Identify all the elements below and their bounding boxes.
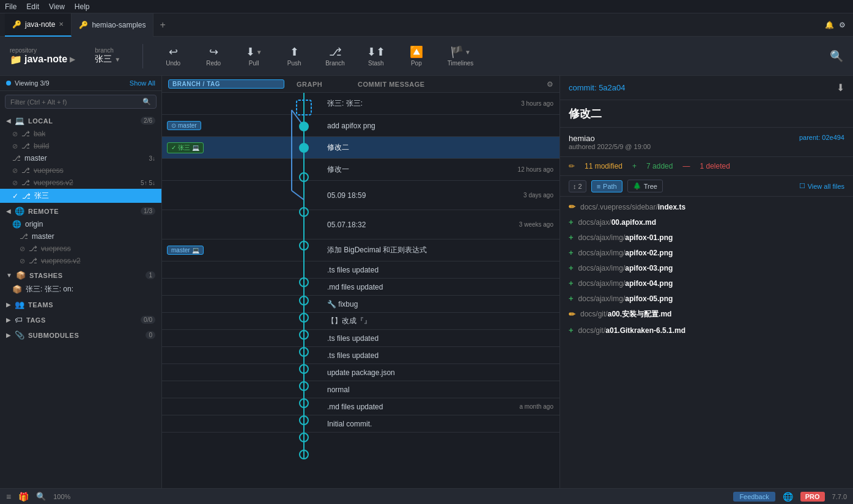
filter-input-wrapper[interactable]: 🔍 bbox=[5, 95, 157, 109]
file-item-5[interactable]: + docs/ajax/img/apifox-04.png bbox=[560, 276, 853, 291]
zhangsan-laptop-icon: 💻 bbox=[192, 144, 199, 151]
commit-row-normal[interactable]: normal bbox=[162, 381, 559, 398]
commit-row-md2[interactable]: .md files updated a month ago bbox=[162, 398, 559, 415]
file-path-text-8: docs/git/ bbox=[578, 326, 606, 335]
pull-button[interactable]: ⬇ ▼ Pull bbox=[238, 42, 269, 70]
file-added-icon-8: + bbox=[569, 326, 574, 335]
branch-button[interactable]: ⎇ Branch bbox=[319, 42, 351, 70]
checkbox-icon: ☐ bbox=[799, 182, 805, 190]
file-item-4[interactable]: + docs/ajax/img/apifox-03.png bbox=[560, 260, 853, 276]
menu-edit[interactable]: Edit bbox=[26, 2, 39, 11]
branch-item-vuepress[interactable]: ⊘ ⎇ vuepress bbox=[0, 164, 161, 177]
commit-row-master[interactable]: ⊙ master add apifox png bbox=[162, 115, 559, 137]
file-item-7[interactable]: ✏ docs/git/a00.安装与配置.md bbox=[560, 306, 853, 323]
menu-view[interactable]: View bbox=[49, 2, 65, 11]
commit-row-brackets[interactable]: 【】改成『』 bbox=[162, 313, 559, 330]
undo-button[interactable]: ↩ Undo bbox=[158, 42, 188, 70]
commit-row-fixbug[interactable]: 🔧 fixbug bbox=[162, 296, 559, 313]
file-item-6[interactable]: + docs/ajax/img/apifox-05.png bbox=[560, 291, 853, 306]
file-item-0[interactable]: ✏ docs/.vuepress/sidebar/index.ts bbox=[560, 199, 853, 214]
branch-item-zhangsan[interactable]: ✓ ⎇ 张三 bbox=[0, 189, 161, 203]
branch-item-master[interactable]: ⎇ master 3↓ bbox=[0, 152, 161, 164]
teams-section-header[interactable]: ▶ 👥 TEAMS bbox=[0, 296, 161, 312]
status-globe-icon[interactable]: 🌐 bbox=[783, 492, 793, 502]
commit-row-bigdecimal[interactable]: master 💻 添加 BigDecimal 和正则表达式 bbox=[162, 239, 559, 261]
tree-view-button[interactable]: 🌲 Tree bbox=[627, 180, 663, 192]
redo-button[interactable]: ↪ Redo bbox=[198, 42, 229, 70]
file-path-2: docs/ajax/img/apifox-01.png bbox=[578, 233, 673, 242]
pencil-icon: ✏ bbox=[569, 162, 575, 170]
menu-file[interactable]: File bbox=[5, 2, 17, 11]
tab-close-java-note[interactable]: ✕ bbox=[59, 21, 64, 27]
push-button[interactable]: ⬆ Push bbox=[279, 42, 309, 70]
commit-row-xiugai1[interactable]: 修改一 12 hours ago bbox=[162, 159, 559, 181]
filter-input[interactable] bbox=[10, 98, 139, 106]
timelines-icon: 🏴 bbox=[450, 45, 463, 59]
tab-actions: 🔔 ⚙ bbox=[825, 21, 853, 29]
file-path-8: docs/git/a01.Gitkraken-6.5.1.md bbox=[578, 326, 685, 335]
path-view-button[interactable]: ≡ Path bbox=[591, 180, 622, 192]
remote-item-origin[interactable]: 🌐 origin bbox=[0, 218, 161, 230]
detail-commit-message: 修改二 bbox=[560, 100, 853, 128]
stash-button[interactable]: ⬇⬆ Stash bbox=[361, 42, 391, 70]
sort-button[interactable]: ↕ 2 bbox=[569, 180, 586, 192]
branch-item-bak[interactable]: ⊘ ⎇ bak bbox=[0, 128, 161, 140]
remote-item-master[interactable]: ⎇ master bbox=[0, 230, 161, 243]
tab-hemiao-samples[interactable]: 🔑 hemiao-samples bbox=[72, 13, 153, 37]
commit-row-initial[interactable]: Initial commit. bbox=[162, 415, 559, 433]
timelines-dropdown-icon[interactable]: ▼ bbox=[465, 49, 471, 56]
branch-item-vuepress-v2[interactable]: ⊘ ⎇ vuepress.v2 5↑ 5↓ bbox=[0, 177, 161, 189]
pop-button[interactable]: 🔼 Pop bbox=[401, 42, 432, 70]
local-section-header[interactable]: ◀ 💻 LOCAL 2/6 bbox=[0, 112, 161, 128]
tab-java-note[interactable]: 🔑 java-note ✕ bbox=[5, 13, 72, 37]
timelines-button[interactable]: 🏴 ▼ Timelines bbox=[441, 42, 479, 70]
tab-icon-java-note: 🔑 bbox=[12, 20, 21, 29]
file-item-8[interactable]: + docs/git/a01.Gitkraken-6.5.1.md bbox=[560, 323, 853, 338]
stash-item-zhangsan[interactable]: 📦 张三: 张三: on: bbox=[0, 282, 161, 296]
status-gift-icon[interactable]: 🎁 bbox=[18, 492, 29, 502]
show-all-button[interactable]: Show All bbox=[130, 79, 155, 87]
tags-section-header[interactable]: ▶ 🏷 TAGS 0/0 bbox=[0, 312, 161, 327]
remote-item-vuepress-v2[interactable]: ⊘ ⎇ vuepress.v2 bbox=[0, 255, 161, 267]
settings-icon[interactable]: ⚙ bbox=[839, 21, 846, 29]
sort-icon: ↕ bbox=[573, 183, 577, 190]
submodules-section-header[interactable]: ▶ 📎 SUBMODULES 0 bbox=[0, 327, 161, 342]
sidebar: Viewing 3/9 Show All 🔍 ◀ 💻 LOCAL 2/6 ⊘ ⎇… bbox=[0, 76, 162, 488]
main-layout: Viewing 3/9 Show All 🔍 ◀ 💻 LOCAL 2/6 ⊘ ⎇… bbox=[0, 76, 853, 488]
pull-dropdown-icon[interactable]: ▼ bbox=[256, 49, 262, 56]
status-list-icon[interactable]: ≡ bbox=[6, 492, 11, 502]
file-item-1[interactable]: + docs/ajax/00.apifox.md bbox=[560, 214, 853, 230]
menu-bar: File Edit View Help bbox=[0, 0, 853, 13]
branch-dropdown-icon[interactable]: ▼ bbox=[114, 56, 120, 63]
settings-gear-icon[interactable]: ⚙ bbox=[547, 80, 553, 89]
commit-row-zhangsan[interactable]: ✓ 张三 💻 修改二 bbox=[162, 137, 559, 159]
commit-row-ts1[interactable]: .ts files updated bbox=[162, 261, 559, 279]
notification-icon[interactable]: 🔔 bbox=[825, 21, 834, 29]
remote-section-header[interactable]: ◀ 🌐 REMOTE 1/3 bbox=[0, 203, 161, 218]
commit-row-0509[interactable]: 05.09 18:59 3 days ago bbox=[162, 181, 559, 210]
header-message: COMMIT MESSAGE bbox=[358, 81, 534, 88]
commit-row-0507[interactable]: 05.07.18:32 3 weeks ago bbox=[162, 210, 559, 239]
file-path-5: docs/ajax/img/apifox-04.png bbox=[578, 279, 673, 288]
commit-row-md1[interactable]: .md files updated bbox=[162, 279, 559, 296]
download-icon[interactable]: ⬇ bbox=[836, 82, 844, 93]
commit-row-ts3[interactable]: .ts files updated bbox=[162, 347, 559, 364]
stashes-section-header[interactable]: ▼ 📦 STASHES 1 bbox=[0, 267, 161, 282]
branch-item-build[interactable]: ⊘ ⎇ build bbox=[0, 140, 161, 152]
minus-icon: — bbox=[682, 162, 690, 170]
view-all-files-button[interactable]: ☐ View all files bbox=[799, 182, 844, 190]
commit-row-pkg[interactable]: update package.json bbox=[162, 364, 559, 381]
ts1-message: .ts files updated bbox=[327, 266, 559, 274]
redo-label: Redo bbox=[206, 60, 221, 67]
menu-help[interactable]: Help bbox=[75, 2, 90, 11]
path-icon: ≡ bbox=[597, 183, 600, 190]
branch-btn-label: Branch bbox=[325, 60, 345, 67]
tab-add-button[interactable]: + bbox=[153, 20, 171, 31]
file-item-2[interactable]: + docs/ajax/img/apifox-01.png bbox=[560, 230, 853, 245]
commit-row-ts2[interactable]: .ts files updated bbox=[162, 330, 559, 347]
search-button[interactable]: 🔍 bbox=[830, 49, 843, 63]
feedback-button[interactable]: Feedback bbox=[733, 492, 775, 502]
file-item-3[interactable]: + docs/ajax/img/apifox-02.png bbox=[560, 245, 853, 260]
commit-row-stash[interactable]: 张三: 张三: 3 hours ago bbox=[162, 93, 559, 115]
remote-item-vuepress[interactable]: ⊘ ⎇ vuepress bbox=[0, 243, 161, 255]
